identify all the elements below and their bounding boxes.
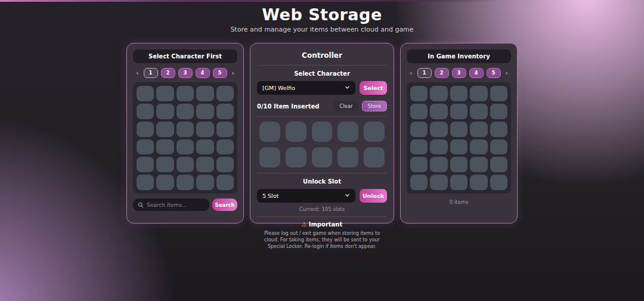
items-count-text: 0 items <box>407 199 511 205</box>
item-slot[interactable] <box>430 139 447 155</box>
item-slot[interactable] <box>196 157 213 172</box>
select-character-button[interactable]: Select <box>360 81 387 95</box>
item-slot[interactable] <box>216 175 234 190</box>
item-slot[interactable] <box>259 122 280 142</box>
item-slot[interactable] <box>156 122 174 137</box>
pager-page-5[interactable]: 5 <box>213 68 227 78</box>
item-slot[interactable] <box>490 139 507 155</box>
item-slot[interactable] <box>338 147 358 167</box>
pager-next-icon[interactable]: › <box>504 70 510 76</box>
item-slot[interactable] <box>450 139 467 155</box>
item-slot[interactable] <box>470 157 487 172</box>
item-slot[interactable] <box>216 104 234 119</box>
item-slot[interactable] <box>450 122 467 137</box>
item-slot[interactable] <box>196 122 213 137</box>
item-slot[interactable] <box>137 104 154 119</box>
insert-row: 0/10 Item Inserted Clear Store <box>257 101 387 111</box>
item-slot[interactable] <box>470 122 487 137</box>
item-slot[interactable] <box>450 175 467 190</box>
item-slot[interactable] <box>312 147 333 167</box>
current-slots-text: Current: 105 slots <box>257 206 387 212</box>
pager-page-1[interactable]: 1 <box>144 68 158 78</box>
item-slot[interactable] <box>137 122 154 137</box>
item-slot[interactable] <box>410 157 428 172</box>
item-slot[interactable] <box>196 86 213 101</box>
item-slot[interactable] <box>470 86 487 101</box>
pager-next-icon[interactable]: › <box>230 70 236 76</box>
item-slot[interactable] <box>137 175 154 190</box>
item-slot[interactable] <box>410 104 428 119</box>
pager-page-2[interactable]: 2 <box>161 68 175 78</box>
item-slot[interactable] <box>312 122 333 142</box>
item-slot[interactable] <box>430 122 447 137</box>
item-slot[interactable] <box>196 139 213 155</box>
item-slot[interactable] <box>490 175 507 190</box>
item-slot[interactable] <box>410 86 428 101</box>
item-slot[interactable] <box>156 175 174 190</box>
item-slot[interactable] <box>338 122 358 142</box>
item-slot[interactable] <box>410 122 428 137</box>
item-slot[interactable] <box>177 175 194 190</box>
item-slot[interactable] <box>430 175 447 190</box>
item-slot[interactable] <box>259 147 280 167</box>
item-slot[interactable] <box>450 104 467 119</box>
inventory-panel: In Game Inventory ‹12345› 0 items <box>400 43 518 224</box>
item-slot[interactable] <box>430 157 447 172</box>
item-slot[interactable] <box>177 139 194 155</box>
unlock-slot-select[interactable]: 5 Slot <box>257 189 355 203</box>
item-slot[interactable] <box>216 86 234 101</box>
item-slot[interactable] <box>156 86 174 101</box>
item-slot[interactable] <box>216 157 234 172</box>
item-slot[interactable] <box>137 157 154 172</box>
search-input[interactable] <box>147 202 205 208</box>
select-character-row: [GM] Welfio Select <box>257 81 387 95</box>
item-slot[interactable] <box>156 139 174 155</box>
item-slot[interactable] <box>430 86 447 101</box>
pager-page-3[interactable]: 3 <box>452 68 466 78</box>
item-slot[interactable] <box>490 86 507 101</box>
cloud-slot-grid <box>133 82 237 194</box>
clear-button[interactable]: Clear <box>334 101 358 111</box>
item-slot[interactable] <box>286 147 306 167</box>
item-slot[interactable] <box>137 139 154 155</box>
character-select[interactable]: [GM] Welfio <box>257 81 355 95</box>
item-slot[interactable] <box>286 122 306 142</box>
search-button[interactable]: Search <box>212 198 237 211</box>
item-slot[interactable] <box>490 122 507 137</box>
item-slot[interactable] <box>364 147 385 167</box>
pager-page-1[interactable]: 1 <box>417 68 432 78</box>
store-button[interactable]: Store <box>362 101 387 111</box>
item-slot[interactable] <box>216 122 234 137</box>
item-slot[interactable] <box>410 175 428 190</box>
item-slot[interactable] <box>490 104 507 119</box>
pager-page-5[interactable]: 5 <box>487 68 501 78</box>
item-slot[interactable] <box>470 139 487 155</box>
pager-page-4[interactable]: 4 <box>196 68 210 78</box>
pager-prev-icon[interactable]: ‹ <box>408 70 414 76</box>
item-slot[interactable] <box>450 157 467 172</box>
item-slot[interactable] <box>137 86 154 101</box>
item-slot[interactable] <box>450 86 467 101</box>
item-slot[interactable] <box>177 157 194 172</box>
item-slot[interactable] <box>196 104 213 119</box>
item-slot[interactable] <box>490 157 507 172</box>
item-slot[interactable] <box>216 139 234 155</box>
pager-page-2[interactable]: 2 <box>435 68 449 78</box>
item-slot[interactable] <box>177 122 194 137</box>
pager-page-4[interactable]: 4 <box>469 68 484 78</box>
item-slot[interactable] <box>430 104 447 119</box>
item-slot[interactable] <box>196 175 213 190</box>
item-slot[interactable] <box>156 157 174 172</box>
item-slot[interactable] <box>364 122 385 142</box>
item-slot[interactable] <box>177 104 194 119</box>
item-slot[interactable] <box>470 104 487 119</box>
item-slot[interactable] <box>410 139 428 155</box>
item-slot[interactable] <box>177 86 194 101</box>
divider <box>257 216 387 217</box>
unlock-button[interactable]: Unlock <box>360 189 387 203</box>
item-slot[interactable] <box>470 175 487 190</box>
important-title-text: Important <box>309 221 343 228</box>
pager-prev-icon[interactable]: ‹ <box>134 70 140 76</box>
pager-page-3[interactable]: 3 <box>178 68 193 78</box>
item-slot[interactable] <box>156 104 174 119</box>
